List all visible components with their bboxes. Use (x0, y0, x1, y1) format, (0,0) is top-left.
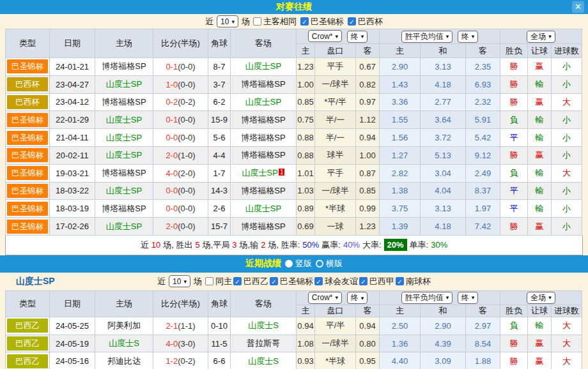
result-goals-cell: 小 (552, 75, 582, 93)
avg-home-cell: 1.56 (380, 129, 421, 147)
avg-group-header: 胜平负均值▾ 终▾ (380, 290, 500, 305)
table-row: 巴西杯 23-04-12 博塔福格SP 0-2(0-2) 6-2 山度士SP 0… (6, 93, 582, 111)
result-handicap-cell: 輸 (528, 129, 552, 147)
odds-away-cell: 1.00 (356, 146, 380, 164)
result-goals-cell: 小 (552, 200, 582, 218)
avg-time-select-2[interactable]: 终▾ (458, 292, 479, 304)
avg-away-cell: 1.88 (466, 352, 500, 369)
result-wdl-cell: 勝 (500, 146, 528, 164)
bookmaker-select[interactable]: Crow*▾ (308, 30, 342, 42)
home-team-cell: 阿美利加 (95, 317, 153, 335)
league-cell: 巴圣锦标 (6, 164, 50, 182)
summary-bar: 近 10 场, 胜出 5 场,平局 3 场,输 2 场, 胜率: 50% 赢率:… (5, 236, 583, 255)
avg-group-header: 胜平负均值▾ 终▾ (380, 29, 500, 44)
odds-away-cell: 0.95 (356, 352, 380, 369)
bookmaker-select-2[interactable]: Crow*▾ (308, 292, 342, 304)
table-row: 巴圣锦标 19-03-21 博塔福格SP 4-0(2-0) 1-7 山度士SP1… (6, 164, 582, 182)
result-wdl-cell: 負 (500, 317, 528, 335)
match-count-select-2[interactable]: 10▾ (169, 275, 190, 287)
page-title: 对赛往绩 (276, 1, 312, 13)
odds-time-select[interactable]: 终▾ (347, 31, 368, 43)
col-avg-home: 主 (380, 305, 421, 317)
checkbox-巴圣锦标[interactable]: ✓巴圣锦标 (270, 276, 313, 287)
result-wdl-cell: 平 (500, 129, 528, 147)
score-cell: 4-0(3-0) (153, 335, 208, 352)
result-goals-cell: 大 (552, 352, 582, 369)
checkbox-巴西甲[interactable]: ✓巴西甲 (359, 276, 394, 287)
checkbox-球会友谊[interactable]: ✓球会友谊 (314, 276, 358, 287)
away-team-cell: 普拉斯哥 (231, 335, 297, 352)
result-wdl-cell: 勝 (500, 335, 528, 352)
checkbox-主客相同[interactable]: 主客相同 (253, 16, 297, 27)
avg-away-cell: 5.42 (466, 129, 500, 147)
checkbox-巴西乙[interactable]: ✓巴西乙 (233, 276, 268, 287)
close-icon[interactable]: ✕ (572, 1, 584, 13)
wdl-avg-select-2[interactable]: 胜平负均值▾ (401, 292, 453, 304)
score-cell: 0-2(0-2) (153, 93, 208, 111)
odds-away-cell: 0.99 (356, 200, 380, 218)
match-count-select[interactable]: 10▾ (217, 15, 238, 27)
col-score: 比分(半场) (153, 29, 208, 58)
score-cell: 0-1(0-0) (153, 58, 208, 76)
handicap-cell: 球半 (315, 146, 356, 164)
avg-time-select[interactable]: 终▾ (458, 31, 479, 43)
away-team-cell: 山度士SP (231, 93, 297, 111)
odds-away-cell: 0.97 (356, 93, 380, 111)
corners-cell: 8-7 (208, 58, 231, 76)
odds-time-select-2[interactable]: 终▾ (347, 292, 368, 304)
away-team-cell: 山度士S (231, 317, 297, 335)
avg-draw-cell: 2.77 (421, 93, 466, 111)
col-goals: 进球数 (552, 44, 582, 58)
col-away: 客场 (231, 29, 297, 58)
date-cell: 22-01-29 (50, 111, 95, 129)
checkbox-巴圣锦标[interactable]: ✓巴圣锦标 (300, 16, 344, 27)
wdl-avg-select[interactable]: 胜平负均值▾ (401, 31, 453, 43)
chevron-down-icon: ▾ (472, 33, 475, 40)
unchecked-checkbox-icon (205, 277, 213, 285)
result-goals-cell: 大 (552, 335, 582, 352)
col-wdl: 胜负 (500, 44, 528, 58)
h2h-filter-row: 近 10▾ 场 主客相同✓巴圣锦标✓巴西杯 (0, 14, 588, 29)
horizontal-layout-radio[interactable]: 横版 (316, 258, 343, 269)
col-avg-away: 客 (466, 44, 500, 58)
avg-home-cell: 1.39 (380, 218, 421, 236)
checkbox-同主[interactable]: 同主 (205, 276, 232, 287)
league-badge: 巴圣锦标 (7, 202, 48, 216)
avg-home-cell: 1.43 (380, 75, 421, 93)
col-avg-home: 主 (380, 44, 421, 58)
result-wdl-cell: 勝 (500, 218, 528, 236)
col-type: 类型 (6, 290, 50, 317)
result-goals-cell: 大 (552, 93, 582, 111)
corners-cell: 15-7 (208, 218, 231, 236)
avg-draw-cell: 3.04 (421, 164, 466, 182)
h2h-filter-checkboxes: 主客相同✓巴圣锦标✓巴西杯 (253, 16, 383, 27)
result-handicap-cell: 赢 (528, 218, 552, 236)
odds-home-cell: 1.23 (297, 58, 315, 76)
win-rate: 50% (302, 240, 319, 250)
recent-results-title: 近期战绩 (245, 258, 281, 269)
avg-away-cell: 2.35 (466, 58, 500, 76)
result-goals-cell: 小 (552, 58, 582, 76)
odds-away-cell: 0.94 (356, 129, 380, 147)
home-team-cell: 博塔福格SP (95, 200, 153, 218)
chevron-down-icon: ▾ (336, 33, 339, 40)
checkbox-南球杯[interactable]: ✓南球杯 (396, 276, 431, 287)
score-cell: 2-0(1-0) (153, 146, 208, 164)
period-select-2[interactable]: 全场▾ (527, 292, 555, 304)
league-badge: 巴西乙 (7, 336, 48, 350)
odds-home-cell: 0.93 (297, 352, 315, 369)
period-select[interactable]: 全场▾ (527, 31, 555, 43)
vertical-layout-radio[interactable]: 竖版 (285, 258, 312, 269)
league-badge: 巴圣锦标 (7, 131, 48, 145)
odds-away-cell: 1.12 (356, 111, 380, 129)
score-cell: 4-0(2-0) (153, 164, 208, 182)
col-odds-away: 客 (356, 44, 380, 58)
handicap-cell: 平手 (315, 164, 356, 182)
avg-draw-cell: 2.90 (421, 317, 466, 335)
away-team-cell: 博塔福格SP (231, 111, 297, 129)
date-cell: 24-01-21 (50, 58, 95, 76)
result-handicap-cell: 輸 (528, 164, 552, 182)
table-row: 巴西乙 24-05-16 邦迪比达 1-2(0-2) 6-6 山度士S 0.93… (6, 352, 582, 369)
checkbox-巴西杯[interactable]: ✓巴西杯 (348, 16, 383, 27)
result-handicap-cell: 輸 (528, 182, 552, 200)
